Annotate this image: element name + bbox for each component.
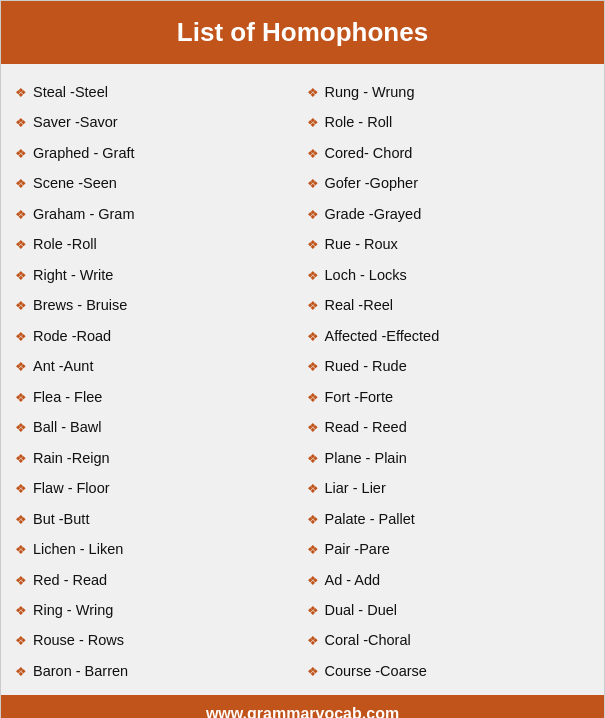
list-item: ❖Brews - Bruise: [11, 291, 303, 319]
diamond-icon: ❖: [307, 418, 319, 438]
homophone-pair: Red - Read: [33, 569, 107, 591]
diamond-icon: ❖: [15, 327, 27, 347]
diamond-icon: ❖: [15, 296, 27, 316]
list-item: ❖Plane - Plain: [303, 444, 595, 472]
diamond-icon: ❖: [15, 662, 27, 682]
homophone-pair: Rung - Wrung: [325, 81, 415, 103]
diamond-icon: ❖: [15, 418, 27, 438]
diamond-icon: ❖: [307, 113, 319, 133]
list-item: ❖Gofer -Gopher: [303, 169, 595, 197]
list-item: ❖Ball - Bawl: [11, 413, 303, 441]
diamond-icon: ❖: [307, 235, 319, 255]
homophone-pair: Course -Coarse: [325, 660, 427, 682]
homophone-pair: Role -Roll: [33, 233, 97, 255]
diamond-icon: ❖: [15, 479, 27, 499]
list-item: ❖Coral -Choral: [303, 626, 595, 654]
list-item: ❖Steal -Steel: [11, 78, 303, 106]
column-2: ❖Rung - Wrung❖Role - Roll❖Cored- Chord❖G…: [303, 78, 595, 685]
homophone-pair: Gofer -Gopher: [325, 172, 419, 194]
diamond-icon: ❖: [307, 144, 319, 164]
homophone-pair: Loch - Locks: [325, 264, 407, 286]
column-1: ❖Steal -Steel❖Saver -Savor❖Graphed - Gra…: [11, 78, 303, 685]
list-item: ❖Rode -Road: [11, 322, 303, 350]
list-item: ❖Flea - Flee: [11, 383, 303, 411]
diamond-icon: ❖: [307, 174, 319, 194]
diamond-icon: ❖: [307, 601, 319, 621]
homophone-pair: Read - Reed: [325, 416, 407, 438]
diamond-icon: ❖: [15, 174, 27, 194]
list-item: ❖Rung - Wrung: [303, 78, 595, 106]
list-item: ❖Read - Reed: [303, 413, 595, 441]
list-item: ❖Affected -Effected: [303, 322, 595, 350]
homophone-pair: Ball - Bawl: [33, 416, 102, 438]
diamond-icon: ❖: [307, 357, 319, 377]
diamond-icon: ❖: [307, 266, 319, 286]
content-area: ❖Steal -Steel❖Saver -Savor❖Graphed - Gra…: [1, 64, 604, 695]
list-item: ❖Real -Reel: [303, 291, 595, 319]
list-item: ❖Loch - Locks: [303, 261, 595, 289]
homophone-pair: Steal -Steel: [33, 81, 108, 103]
diamond-icon: ❖: [15, 83, 27, 103]
homophone-pair: Ring - Wring: [33, 599, 113, 621]
homophone-pair: Pair -Pare: [325, 538, 390, 560]
list-item: ❖Saver -Savor: [11, 108, 303, 136]
footer-url: www.grammarvocab.com: [1, 695, 604, 718]
list-item: ❖Rued - Rude: [303, 352, 595, 380]
list-item: ❖Course -Coarse: [303, 657, 595, 685]
list-item: ❖Flaw - Floor: [11, 474, 303, 502]
list-item: ❖Scene -Seen: [11, 169, 303, 197]
homophone-pair: Grade -Grayed: [325, 203, 422, 225]
diamond-icon: ❖: [307, 449, 319, 469]
list-item: ❖Red - Read: [11, 566, 303, 594]
page-title: List of Homophones: [1, 1, 604, 64]
homophone-pair: Flaw - Floor: [33, 477, 110, 499]
diamond-icon: ❖: [307, 83, 319, 103]
list-item: ❖Baron - Barren: [11, 657, 303, 685]
homophone-pair: Scene -Seen: [33, 172, 117, 194]
diamond-icon: ❖: [15, 631, 27, 651]
diamond-icon: ❖: [15, 144, 27, 164]
diamond-icon: ❖: [307, 479, 319, 499]
homophone-pair: Flea - Flee: [33, 386, 102, 408]
homophone-pair: Brews - Bruise: [33, 294, 127, 316]
list-item: ❖Rain -Reign: [11, 444, 303, 472]
list-item: ❖Lichen - Liken: [11, 535, 303, 563]
homophone-pair: Ant -Aunt: [33, 355, 93, 377]
diamond-icon: ❖: [307, 388, 319, 408]
list-item: ❖Ring - Wring: [11, 596, 303, 624]
diamond-icon: ❖: [15, 266, 27, 286]
list-item: ❖Ad - Add: [303, 566, 595, 594]
homophone-pair: Role - Roll: [325, 111, 393, 133]
list-item: ❖Grade -Grayed: [303, 200, 595, 228]
diamond-icon: ❖: [15, 449, 27, 469]
diamond-icon: ❖: [307, 571, 319, 591]
homophone-pair: Baron - Barren: [33, 660, 128, 682]
diamond-icon: ❖: [307, 205, 319, 225]
homophone-pair: Lichen - Liken: [33, 538, 123, 560]
diamond-icon: ❖: [15, 540, 27, 560]
list-item: ❖Rouse - Rows: [11, 626, 303, 654]
homophone-pair: But -Butt: [33, 508, 89, 530]
homophone-pair: Dual - Duel: [325, 599, 398, 621]
list-item: ❖But -Butt: [11, 505, 303, 533]
diamond-icon: ❖: [15, 235, 27, 255]
homophone-pair: Ad - Add: [325, 569, 381, 591]
homophone-pair: Cored- Chord: [325, 142, 413, 164]
homophone-pair: Graham - Gram: [33, 203, 135, 225]
diamond-icon: ❖: [307, 631, 319, 651]
homophone-pair: Palate - Pallet: [325, 508, 415, 530]
homophone-pair: Saver -Savor: [33, 111, 118, 133]
homophone-pair: Coral -Choral: [325, 629, 411, 651]
list-item: ❖Palate - Pallet: [303, 505, 595, 533]
homophone-pair: Plane - Plain: [325, 447, 407, 469]
list-item: ❖Role -Roll: [11, 230, 303, 258]
list-item: ❖Role - Roll: [303, 108, 595, 136]
list-item: ❖Fort -Forte: [303, 383, 595, 411]
diamond-icon: ❖: [15, 510, 27, 530]
homophone-pair: Affected -Effected: [325, 325, 440, 347]
diamond-icon: ❖: [15, 571, 27, 591]
homophone-pair: Rain -Reign: [33, 447, 110, 469]
diamond-icon: ❖: [15, 601, 27, 621]
list-item: ❖Rue - Roux: [303, 230, 595, 258]
list-item: ❖Dual - Duel: [303, 596, 595, 624]
